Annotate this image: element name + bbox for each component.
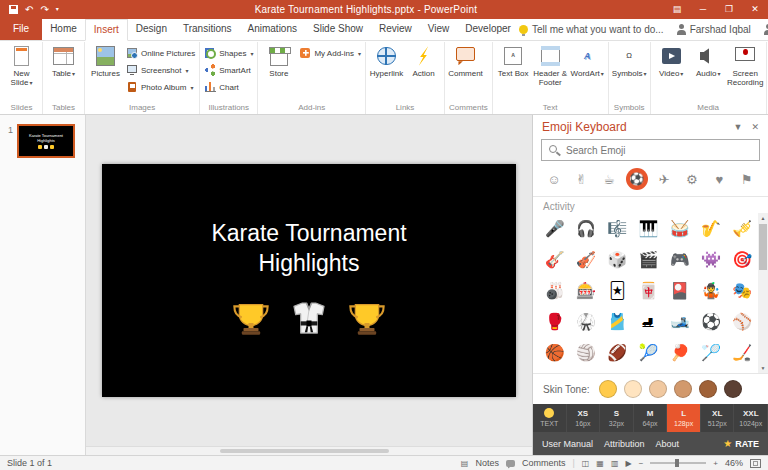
emoji-cell[interactable]: 🎴	[664, 275, 695, 306]
emoji-cell[interactable]: 🎻	[570, 244, 601, 275]
skin-tone-swatch-5[interactable]	[699, 380, 717, 398]
emoji-cell[interactable]: 🎺	[727, 213, 758, 244]
slide[interactable]: Karate Tournament Highlights	[102, 164, 516, 397]
horizontal-scrollbar[interactable]	[86, 446, 532, 455]
pane-options-icon[interactable]: ▼	[734, 122, 743, 132]
zoom-in-icon[interactable]: +	[713, 459, 718, 468]
online-pictures-button[interactable]: Online Pictures	[124, 45, 197, 61]
screenshot-button[interactable]: Screenshot▾	[124, 62, 197, 78]
scrollbar-thumb[interactable]	[759, 224, 767, 270]
save-icon[interactable]	[9, 5, 18, 14]
emoji-cell[interactable]: 🏒	[727, 337, 758, 368]
emoji-cell[interactable]: 🎾	[633, 337, 664, 368]
normal-view-icon[interactable]: ◫	[582, 459, 590, 468]
emoji-cell[interactable]: 🏸	[695, 337, 726, 368]
tab-developer[interactable]: Developer	[457, 19, 519, 40]
emoji-cell[interactable]: 🎹	[633, 213, 664, 244]
emoji-cell[interactable]: 👾	[695, 244, 726, 275]
category-smileys-icon[interactable]: ☺	[543, 168, 565, 190]
user-manual-link[interactable]: User Manual	[542, 439, 593, 449]
emoji-cell[interactable]: 🎭	[727, 275, 758, 306]
symbols-button[interactable]: Symbols▾	[611, 43, 648, 93]
skin-tone-swatch-3[interactable]	[649, 380, 667, 398]
zoom-slider[interactable]	[650, 462, 706, 464]
slide-1-thumbnail[interactable]: Karate Tournament Highlights	[17, 124, 75, 158]
category-travel-icon[interactable]: ✈	[653, 168, 675, 190]
pictures-button[interactable]: Pictures	[87, 43, 124, 93]
category-activity-icon[interactable]: ⚽	[626, 168, 648, 190]
minimize-icon[interactable]: ─	[690, 0, 716, 19]
emoji-cell[interactable]: 🎧	[570, 213, 601, 244]
rate-button[interactable]: ★ RATE	[723, 438, 759, 449]
emoji-cell[interactable]: 🎽	[602, 306, 633, 337]
restore-icon[interactable]: ❐	[716, 0, 742, 19]
store-button[interactable]: Store	[260, 43, 297, 93]
photo-album-button[interactable]: Photo Album▾	[124, 79, 197, 95]
zoom-out-icon[interactable]: −	[639, 459, 644, 468]
emoji-cell[interactable]: ⛸	[633, 306, 664, 337]
audio-button[interactable]: Audio▾	[690, 43, 727, 93]
hyperlink-button[interactable]: Hyperlink	[368, 43, 405, 93]
tab-file[interactable]: File	[0, 19, 42, 40]
comment-button[interactable]: Comment	[447, 43, 484, 93]
size-option-xs[interactable]: XS16px	[567, 404, 601, 432]
pane-close-icon[interactable]: ✕	[751, 122, 759, 132]
emoji-cell[interactable]: 🎰	[570, 275, 601, 306]
zoom-level[interactable]: 46%	[725, 458, 743, 468]
chart-button[interactable]: Chart	[202, 79, 255, 95]
slide-emoji-row[interactable]	[231, 298, 387, 342]
category-people-icon[interactable]: ✌	[571, 168, 593, 190]
emoji-cell[interactable]: 🎯	[727, 244, 758, 275]
scroll-down-icon[interactable]: ▼	[758, 363, 768, 373]
wordart-button[interactable]: WordArt▾	[569, 43, 606, 93]
emoji-cell[interactable]: 🎿	[664, 306, 695, 337]
size-option-xxl[interactable]: XXL1024px	[734, 404, 768, 432]
martial-arts-uniform-emoji[interactable]	[289, 298, 329, 342]
emoji-cell[interactable]: 🏓	[664, 337, 695, 368]
undo-icon[interactable]: ↶	[25, 0, 33, 19]
zoom-slider-thumb[interactable]	[675, 459, 679, 467]
emoji-cell[interactable]: 🎲	[602, 244, 633, 275]
tab-animations[interactable]: Animations	[240, 19, 305, 40]
emoji-cell[interactable]: 🎳	[539, 275, 570, 306]
emoji-cell[interactable]: ⚾	[727, 306, 758, 337]
emoji-cell[interactable]: 🥊	[539, 306, 570, 337]
my-add-ins-button[interactable]: My Add-ins▾	[297, 45, 363, 61]
category-objects-icon[interactable]: ⚙	[681, 168, 703, 190]
emoji-cell[interactable]: 🎼	[602, 213, 633, 244]
trophy-emoji[interactable]	[231, 298, 271, 342]
tab-view[interactable]: View	[420, 19, 458, 40]
redo-icon[interactable]: ↷	[40, 0, 48, 19]
scroll-up-icon[interactable]: ▲	[758, 213, 768, 223]
tab-home[interactable]: Home	[42, 19, 85, 40]
tab-design[interactable]: Design	[128, 19, 175, 40]
size-option-l[interactable]: L128px	[667, 404, 701, 432]
skin-tone-swatch-4[interactable]	[674, 380, 692, 398]
emoji-grid-scrollbar[interactable]: ▲ ▼	[758, 213, 768, 373]
customize-qat-icon[interactable]: ▾	[56, 0, 59, 19]
emoji-cell[interactable]: ⚽	[695, 306, 726, 337]
skin-tone-swatch-1[interactable]	[599, 380, 617, 398]
video-button[interactable]: Video▾	[653, 43, 690, 93]
text-box-button[interactable]: Text Box	[495, 43, 532, 93]
ribbon-display-options-icon[interactable]: ▤	[664, 0, 690, 19]
size-option-m[interactable]: M64px	[634, 404, 668, 432]
fit-slide-icon[interactable]	[750, 459, 761, 468]
slideshow-view-icon[interactable]: ▶	[625, 459, 631, 468]
action-button[interactable]: Action	[405, 43, 442, 93]
emoji-cell[interactable]: 🎷	[695, 213, 726, 244]
category-symbols-icon[interactable]: ♥	[708, 168, 730, 190]
size-option-text[interactable]: TEXT	[533, 404, 567, 432]
table-button[interactable]: Table▾	[45, 43, 82, 93]
reading-view-icon[interactable]: ▥	[611, 459, 619, 468]
size-option-s[interactable]: S32px	[600, 404, 634, 432]
header-footer-button[interactable]: Header & Footer	[532, 43, 569, 93]
emoji-cell[interactable]: 🥁	[664, 213, 695, 244]
emoji-cell[interactable]: 🃏	[602, 275, 633, 306]
emoji-cell[interactable]: 🥋	[570, 306, 601, 337]
screen-recording-button[interactable]: Screen Recording	[727, 43, 764, 93]
category-food-icon[interactable]: ☕	[598, 168, 620, 190]
emoji-cell[interactable]: 🎬	[633, 244, 664, 275]
slide-canvas[interactable]: Karate Tournament Highlights	[86, 115, 532, 446]
size-option-xl[interactable]: XL512px	[701, 404, 735, 432]
